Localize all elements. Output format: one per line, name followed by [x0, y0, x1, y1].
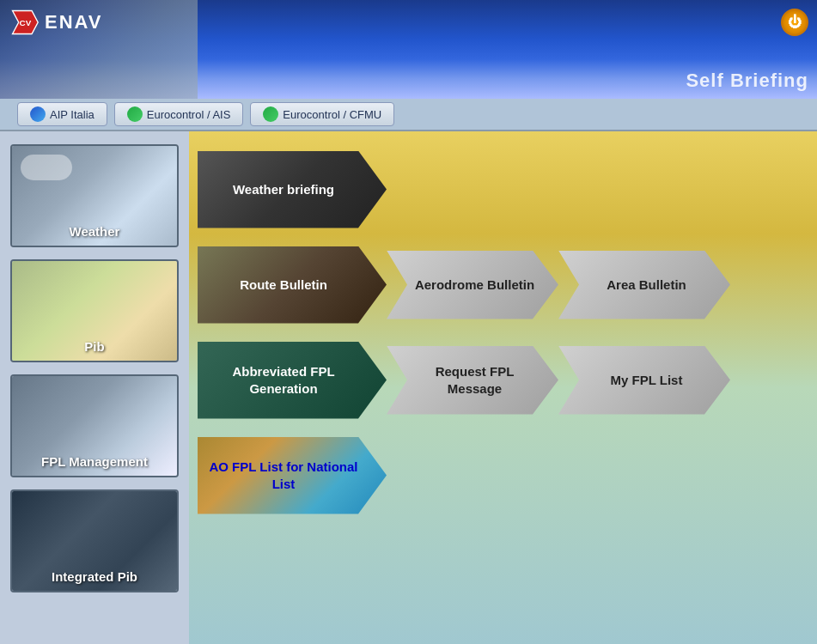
- eurocontrol-cfmu-button[interactable]: Eurocontrol / CFMU: [250, 102, 394, 126]
- power-icon: ⏻: [788, 15, 802, 30]
- sidebar-pib-label: Pib: [12, 339, 177, 354]
- sidebar-item-weather[interactable]: Weather: [10, 144, 179, 247]
- eurocontrol-cfmu-label: Eurocontrol / CFMU: [283, 108, 381, 121]
- route-row: Route Bulletin Aerodrome Bulletin Area B…: [198, 244, 800, 325]
- sidebar-item-integrated[interactable]: Integrated Pib: [10, 489, 179, 592]
- power-button[interactable]: ⏻: [781, 9, 808, 36]
- ais-icon: [127, 106, 143, 122]
- sidebar-weather-label: Weather: [12, 224, 177, 239]
- weather-briefing-label: Weather briefing: [233, 181, 334, 198]
- sidebar-item-pib[interactable]: Pib: [10, 259, 179, 362]
- aerodrome-bulletin-button[interactable]: Aerodrome Bulletin: [387, 251, 558, 319]
- request-fpl-label: Request FPL Message: [408, 363, 541, 397]
- area-bulletin-button[interactable]: Area Bulletin: [558, 251, 730, 319]
- area-bulletin-label: Area Bulletin: [607, 276, 686, 294]
- aip-italia-button[interactable]: AIP Italia: [17, 102, 107, 126]
- ao-fpl-label: AO FPL List for National List: [198, 459, 369, 492]
- fpl-row: Abbreviated FPL Generation Request FPL M…: [198, 339, 800, 421]
- navbar: AIP Italia Eurocontrol / AIS Eurocontrol…: [0, 99, 817, 131]
- weather-briefing-button[interactable]: Weather briefing: [198, 151, 387, 228]
- svg-text:CV: CV: [20, 18, 32, 27]
- weather-row: Weather briefing: [198, 149, 800, 230]
- enav-brand-text: ENAV: [45, 11, 103, 33]
- enav-logo-icon: CV: [9, 7, 40, 38]
- aerodrome-bulletin-label: Aerodrome Bulletin: [415, 276, 534, 294]
- header-logo: CV ENAV: [9, 7, 103, 38]
- my-fpl-list-button[interactable]: My FPL List: [558, 346, 730, 415]
- main-layout: Weather Pib FPL Management Integrated Pi…: [0, 131, 817, 644]
- my-fpl-list-label: My FPL List: [611, 372, 683, 389]
- aip-icon: [30, 106, 46, 122]
- eurocontrol-ais-button[interactable]: Eurocontrol / AIS: [114, 102, 244, 126]
- ao-fpl-button[interactable]: AO FPL List for National List: [198, 437, 387, 514]
- aip-italia-label: AIP Italia: [50, 108, 95, 121]
- sidebar-item-fpl[interactable]: FPL Management: [10, 374, 179, 477]
- sidebar-integrated-label: Integrated Pib: [12, 569, 177, 584]
- content-area: Weather briefing Route Bulletin Aerodrom…: [189, 131, 817, 644]
- fpl-generation-label: Abbreviated FPL Generation: [198, 363, 369, 397]
- route-bulletin-label: Route Bulletin: [240, 276, 327, 294]
- route-bulletin-button[interactable]: Route Bulletin: [198, 246, 387, 324]
- sidebar-fpl-label: FPL Management: [12, 454, 177, 469]
- eurocontrol-ais-label: Eurocontrol / AIS: [147, 108, 231, 121]
- cfmu-icon: [263, 106, 278, 122]
- cloud-decoration: [21, 155, 72, 180]
- request-fpl-button[interactable]: Request FPL Message: [387, 346, 558, 415]
- ao-fpl-row: AO FPL List for National List: [198, 434, 800, 516]
- sidebar: Weather Pib FPL Management Integrated Pi…: [0, 131, 189, 644]
- header: CV ENAV ⏻ Self Briefing: [0, 0, 817, 99]
- fpl-generation-button[interactable]: Abbreviated FPL Generation: [198, 342, 387, 419]
- self-briefing-label: Self Briefing: [686, 70, 808, 92]
